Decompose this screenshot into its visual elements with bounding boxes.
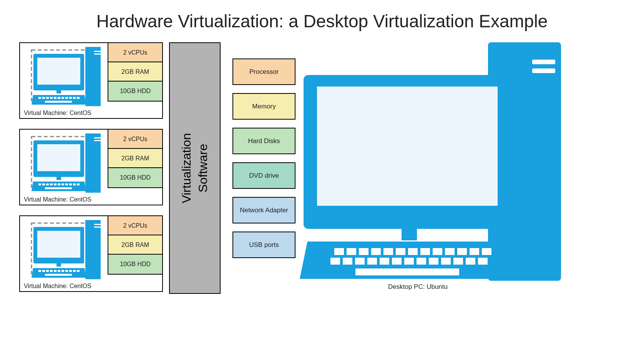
vm-1-ram: 2GB RAM [108, 62, 163, 82]
svg-rect-2 [94, 51, 101, 52]
svg-rect-34 [61, 183, 64, 185]
svg-rect-83 [367, 258, 377, 265]
svg-rect-54 [61, 270, 64, 272]
svg-marker-27 [32, 182, 86, 191]
svg-rect-29 [42, 183, 45, 185]
svg-rect-1 [85, 47, 101, 106]
svg-rect-6 [56, 90, 61, 93]
virtualization-software-label: VirtualizationSoftware [178, 133, 211, 203]
svg-rect-76 [445, 248, 455, 255]
svg-rect-73 [408, 248, 418, 255]
svg-rect-82 [355, 258, 365, 265]
svg-rect-57 [73, 270, 76, 272]
svg-rect-42 [94, 224, 101, 225]
svg-rect-70 [371, 248, 381, 255]
svg-rect-77 [457, 248, 467, 255]
desktop-pc-icon [300, 42, 569, 285]
svg-rect-61 [532, 60, 555, 64]
svg-rect-90 [453, 258, 463, 265]
vm-1: Virtual Machine: CentOS 2 vCPUs 2GB RAM … [19, 42, 163, 119]
svg-marker-47 [32, 268, 86, 278]
svg-rect-74 [420, 248, 430, 255]
svg-rect-56 [69, 270, 72, 272]
hw-dvd: DVD drive [232, 162, 295, 189]
svg-rect-18 [77, 97, 80, 99]
vm-3-ram: 2GB RAM [108, 235, 163, 255]
svg-rect-52 [54, 270, 56, 272]
svg-rect-5 [37, 58, 80, 85]
svg-rect-33 [58, 183, 60, 185]
svg-rect-13 [58, 97, 60, 99]
virtualization-software-box: VirtualizationSoftware [169, 42, 221, 294]
svg-rect-79 [482, 248, 491, 255]
svg-rect-48 [38, 270, 41, 272]
svg-rect-78 [470, 248, 479, 255]
svg-rect-35 [65, 183, 68, 185]
vm-3-hdd: 10GB HDD [108, 254, 163, 275]
svg-marker-7 [32, 95, 86, 105]
svg-rect-68 [347, 248, 356, 255]
vm-1-cpu: 2 vCPUs [108, 42, 163, 63]
svg-rect-53 [58, 270, 60, 272]
svg-rect-49 [42, 270, 45, 272]
svg-rect-46 [56, 263, 61, 267]
svg-rect-12 [54, 97, 56, 99]
svg-rect-84 [380, 258, 389, 265]
vm-computer-icon [24, 47, 101, 110]
vm-computer-icon [24, 133, 101, 197]
svg-rect-28 [38, 183, 41, 185]
svg-rect-67 [334, 248, 344, 255]
svg-rect-71 [383, 248, 393, 255]
svg-rect-3 [94, 53, 101, 55]
vm-3-cpu: 2 vCPUs [108, 215, 163, 236]
svg-rect-89 [441, 258, 451, 265]
svg-rect-75 [433, 248, 442, 255]
svg-rect-87 [417, 258, 426, 265]
svg-rect-65 [402, 229, 417, 240]
vm-2-cpu: 2 vCPUs [108, 129, 163, 150]
vm-2-label: Virtual Machine: CentOS [24, 196, 91, 203]
svg-rect-19 [45, 101, 72, 103]
svg-rect-80 [330, 258, 340, 265]
svg-rect-36 [69, 183, 72, 185]
diagram-title: Hardware Virtualization: a Desktop Virtu… [0, 11, 644, 32]
svg-rect-45 [37, 231, 80, 258]
svg-rect-21 [85, 133, 101, 193]
hw-network: Network Adapter [232, 197, 295, 223]
svg-rect-10 [46, 97, 49, 99]
svg-rect-85 [392, 258, 402, 265]
vm-computer-icon [24, 220, 101, 283]
svg-rect-32 [54, 183, 56, 185]
svg-rect-37 [73, 183, 76, 185]
svg-rect-59 [45, 274, 72, 276]
svg-rect-39 [45, 187, 72, 189]
vm-1-label: Virtual Machine: CentOS [24, 110, 91, 117]
desktop-pc-label: Desktop PC: Ubuntu [388, 283, 473, 291]
hw-processor: Processor [232, 58, 295, 85]
svg-rect-9 [42, 97, 45, 99]
svg-rect-30 [46, 183, 49, 185]
svg-rect-8 [38, 97, 41, 99]
svg-rect-58 [77, 270, 80, 272]
hw-harddisks: Hard Disks [232, 128, 295, 154]
svg-rect-25 [37, 144, 80, 171]
vm-3-label: Virtual Machine: CentOS [24, 283, 91, 290]
hw-usb: USB ports [232, 232, 295, 258]
svg-rect-17 [73, 97, 76, 99]
svg-rect-93 [355, 268, 459, 275]
svg-rect-64 [317, 87, 498, 206]
svg-rect-92 [478, 258, 488, 265]
svg-rect-26 [56, 177, 61, 180]
svg-rect-43 [94, 227, 101, 228]
svg-rect-51 [50, 270, 53, 272]
hw-memory: Memory [232, 93, 295, 120]
vm-2-ram: 2GB RAM [108, 148, 163, 169]
svg-rect-41 [85, 220, 101, 279]
svg-rect-88 [429, 258, 438, 265]
svg-rect-69 [359, 248, 368, 255]
svg-rect-11 [50, 97, 53, 99]
svg-rect-91 [466, 258, 475, 265]
vm-1-hdd: 10GB HDD [108, 81, 163, 102]
svg-rect-23 [94, 140, 101, 141]
svg-rect-81 [343, 258, 352, 265]
